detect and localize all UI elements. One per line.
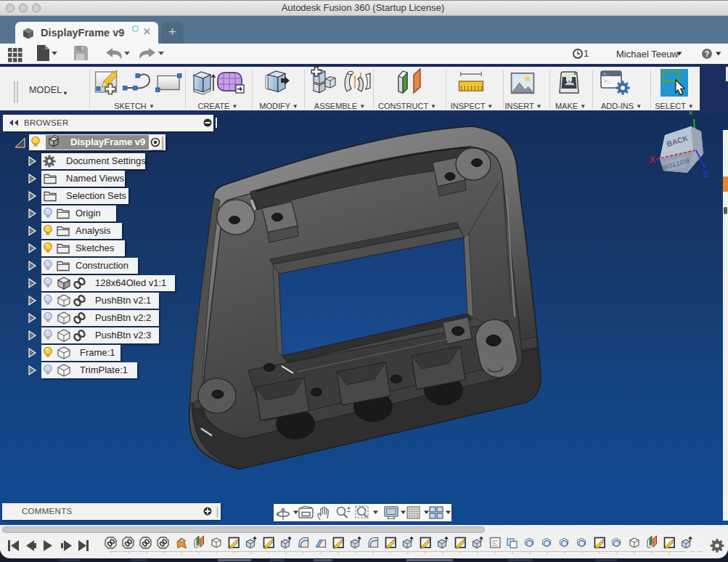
svg-text:>_: >_ [604,78,611,84]
svg-text:X: X [650,155,655,165]
svg-text:x: x [689,109,692,116]
svg-text:Z: Z [703,168,708,179]
svg-text:>_: >_ [603,72,609,77]
svg-text:?: ? [705,49,709,58]
